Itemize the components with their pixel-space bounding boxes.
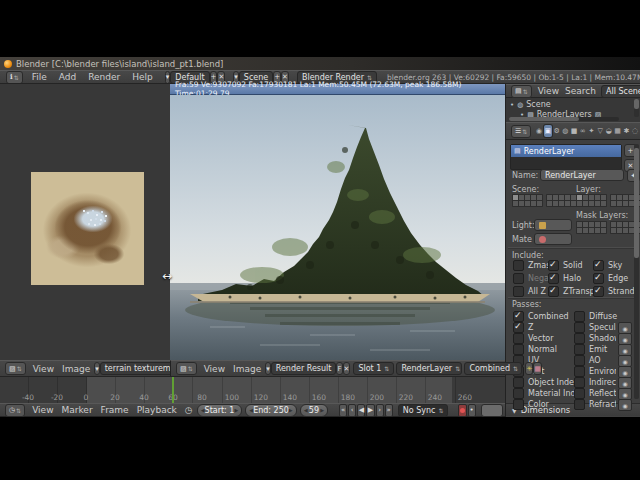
checkbox[interactable] bbox=[513, 344, 524, 355]
slot-select[interactable]: Slot 1 ⇅ bbox=[353, 362, 394, 375]
current-frame-marker[interactable] bbox=[172, 377, 174, 403]
checkbox[interactable] bbox=[513, 333, 524, 344]
pass-ao[interactable]: AO bbox=[574, 355, 616, 366]
keying-set-field[interactable] bbox=[481, 404, 503, 417]
checkbox[interactable] bbox=[574, 399, 585, 410]
tab-scene[interactable]: ⚙ bbox=[553, 125, 561, 137]
editor-type-button[interactable]: ▨ ⇅ bbox=[5, 362, 26, 375]
decrement-icon[interactable]: ◀ bbox=[304, 407, 308, 413]
timeline-canvas[interactable]: -40 -20 0 20 40 60 80 100 120 140 160 18… bbox=[0, 377, 505, 403]
properties-vscrollbar[interactable] bbox=[634, 144, 639, 399]
current-frame-field[interactable]: ◀ 59 ▶ bbox=[300, 404, 328, 417]
menu-image[interactable]: Image bbox=[58, 364, 94, 374]
checkbox[interactable] bbox=[574, 311, 585, 322]
checkbox[interactable] bbox=[513, 399, 524, 410]
outliner-hscrollbar[interactable] bbox=[509, 117, 619, 121]
menu-help[interactable]: Help bbox=[126, 72, 159, 82]
include-edge[interactable]: Edge bbox=[593, 273, 628, 284]
menu-view[interactable]: View bbox=[200, 364, 229, 374]
include-ztransp[interactable]: ZTransp bbox=[548, 286, 595, 297]
tab-texture[interactable]: ▦ bbox=[614, 125, 622, 137]
menu-view[interactable]: View bbox=[28, 405, 57, 415]
menu-image[interactable]: Image bbox=[229, 364, 265, 374]
tab-world[interactable]: ◍ bbox=[561, 125, 569, 137]
pass-vector[interactable]: Vector bbox=[513, 333, 554, 344]
checkbox[interactable] bbox=[513, 273, 524, 284]
checkbox[interactable] bbox=[513, 286, 524, 297]
include-solid[interactable]: Solid bbox=[548, 260, 583, 271]
layer-select[interactable]: RenderLayer ⇅ bbox=[396, 362, 462, 375]
render-layers-list[interactable]: ▤ RenderLayer bbox=[510, 144, 622, 170]
increment-icon[interactable]: ▶ bbox=[320, 407, 324, 413]
checkbox[interactable] bbox=[548, 273, 559, 284]
outliner-scope-select[interactable]: All Scenes ⇅ bbox=[601, 85, 640, 98]
exclude-toggle-refraction[interactable]: ◉ bbox=[618, 399, 632, 411]
jump-to-end-button[interactable]: » bbox=[385, 404, 393, 417]
pass-shadow[interactable]: Shadow bbox=[574, 333, 616, 344]
menu-marker[interactable]: Marker bbox=[58, 405, 97, 415]
include-halo[interactable]: Halo bbox=[548, 273, 581, 284]
jump-prev-keyframe-button[interactable]: ‹ bbox=[348, 404, 356, 417]
light-override-field[interactable] bbox=[534, 219, 572, 231]
increment-icon[interactable]: ▶ bbox=[234, 407, 238, 413]
checkbox[interactable] bbox=[574, 333, 585, 344]
tab-material[interactable]: ◒ bbox=[605, 125, 613, 137]
checkbox[interactable] bbox=[574, 322, 585, 333]
tab-particles[interactable]: ✱ bbox=[623, 125, 631, 137]
menu-file[interactable]: File bbox=[26, 72, 53, 82]
include-strand[interactable]: Strand bbox=[593, 286, 635, 297]
include-sky[interactable]: Sky bbox=[593, 260, 622, 271]
menu-frame[interactable]: Frame bbox=[97, 405, 133, 415]
checkbox[interactable] bbox=[513, 260, 524, 271]
alpha-display-button[interactable]: ▦ bbox=[533, 362, 542, 375]
fake-user-button[interactable]: F bbox=[336, 362, 342, 375]
increment-icon[interactable]: ▶ bbox=[289, 407, 293, 413]
mask-layer-grid-a[interactable] bbox=[576, 221, 607, 234]
keying-options-button[interactable]: • bbox=[468, 404, 476, 417]
pass-indirect[interactable]: Indirect bbox=[574, 377, 616, 388]
pass-color[interactable]: Color bbox=[513, 399, 549, 410]
image-name-field[interactable]: terrain texturemap bbox=[100, 362, 180, 375]
image-browse-icon[interactable]: ▾ bbox=[265, 362, 271, 375]
checkbox[interactable] bbox=[513, 377, 524, 388]
image-editor-left-canvas[interactable] bbox=[0, 84, 171, 360]
checkbox[interactable] bbox=[574, 366, 585, 377]
tab-render-layers[interactable]: ▣ bbox=[544, 125, 552, 137]
play-button[interactable]: ▶ bbox=[366, 404, 374, 417]
pass-normal[interactable]: Normal bbox=[513, 344, 557, 355]
pass-refraction[interactable]: Refraction bbox=[574, 399, 616, 410]
menu-render[interactable]: Render bbox=[82, 72, 126, 82]
checkbox[interactable] bbox=[548, 260, 559, 271]
tab-modifiers[interactable]: ✦ bbox=[588, 125, 596, 137]
checkbox[interactable] bbox=[593, 273, 604, 284]
pass-z[interactable]: Z bbox=[513, 322, 533, 333]
image-browse-icon[interactable]: ▾ bbox=[94, 362, 100, 375]
editor-type-button[interactable]: ☰ ⇅ bbox=[511, 125, 531, 138]
start-frame-field[interactable]: ◀ Start: 1 ▶ bbox=[197, 404, 243, 417]
expand-dot-icon[interactable]: • bbox=[510, 101, 514, 109]
checkbox[interactable] bbox=[574, 377, 585, 388]
tab-physics[interactable]: ◌ bbox=[631, 125, 639, 137]
editor-type-button[interactable]: ▨ ⇅ bbox=[176, 362, 197, 375]
editor-type-button[interactable]: ◷ ⇅ bbox=[5, 404, 25, 417]
layer-name-field[interactable]: RenderLayer bbox=[540, 169, 624, 181]
checkbox[interactable] bbox=[574, 388, 585, 399]
scene-layer-grid-a[interactable] bbox=[512, 194, 543, 207]
checkbox[interactable] bbox=[574, 344, 585, 355]
menu-view[interactable]: View bbox=[29, 364, 58, 374]
tab-constraints[interactable]: ∞ bbox=[579, 125, 587, 137]
pass-specular[interactable]: Specular bbox=[574, 322, 616, 333]
checkbox[interactable] bbox=[513, 388, 524, 399]
include-allz[interactable]: All Z bbox=[513, 286, 546, 297]
pass-emit[interactable]: Emit bbox=[574, 344, 616, 355]
dither-button[interactable]: ✳ bbox=[525, 362, 533, 375]
checkbox[interactable] bbox=[593, 260, 604, 271]
jump-to-start-button[interactable]: « bbox=[339, 404, 347, 417]
editor-type-button[interactable]: ℹ ⇅ bbox=[6, 71, 23, 84]
render-layer-list-item[interactable]: ▤ RenderLayer bbox=[511, 145, 621, 157]
checkbox[interactable] bbox=[513, 322, 524, 333]
unlink-image-button[interactable]: ✕ bbox=[343, 362, 351, 375]
outliner-item-scene[interactable]: • ◍ Scene bbox=[510, 100, 551, 109]
editor-type-button[interactable]: ▤ ⇅ bbox=[511, 85, 532, 98]
menu-playback[interactable]: Playback bbox=[133, 405, 181, 415]
